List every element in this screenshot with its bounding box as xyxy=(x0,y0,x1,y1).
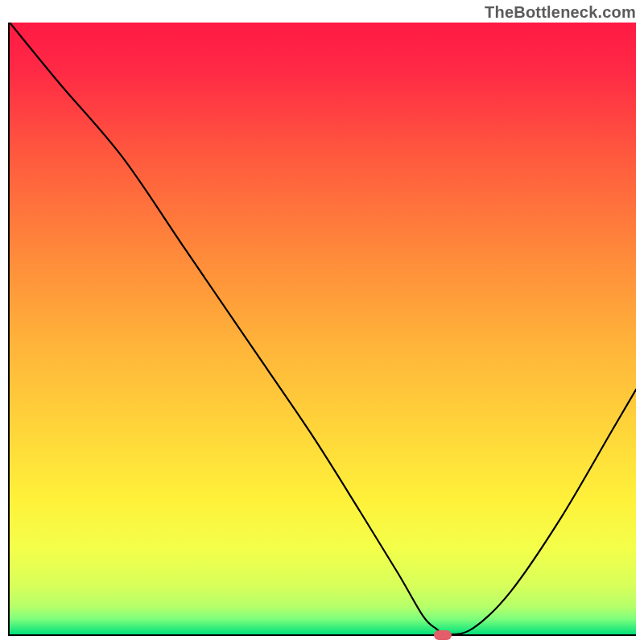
chart-container: TheBottleneck.com xyxy=(0,0,644,644)
plot-area xyxy=(8,23,636,636)
bottleneck-curve xyxy=(10,23,636,634)
optimal-marker xyxy=(434,630,452,640)
watermark-text: TheBottleneck.com xyxy=(485,3,636,22)
